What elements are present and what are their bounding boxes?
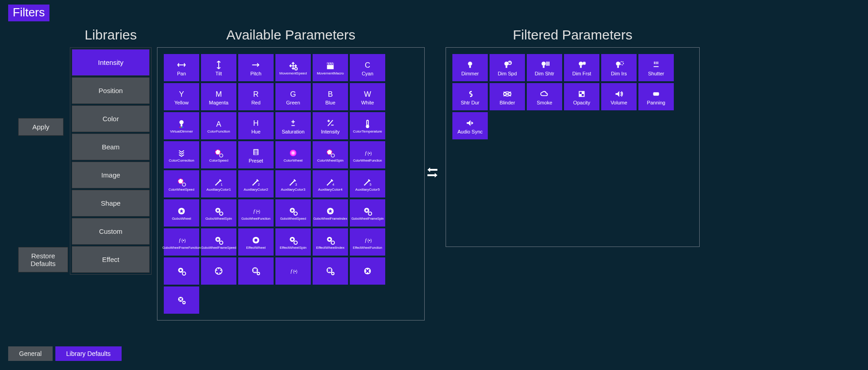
library-item-effect[interactable]: Effect (72, 246, 150, 273)
available-tile-auxiliarycolor3[interactable]: 3AuxiliaryColor3 (275, 170, 311, 197)
filtered-tile-dim-frst[interactable]: Dim Frst (564, 54, 599, 81)
available-tile-gobowheelframespeed[interactable]: GoboWheelFrameSpeed (201, 228, 236, 256)
available-tile-gobowheelframespin[interactable]: GoboWheelFrameSpin (350, 199, 385, 227)
available-tile-blue[interactable]: BBlue (313, 83, 348, 110)
available-tile-yellow[interactable]: YYellow (164, 83, 199, 110)
available-tile-colorfunction[interactable]: AColorFunction (201, 112, 236, 139)
filtered-tile-dimmer[interactable]: Dimmer (452, 54, 488, 81)
svg-point-37 (220, 153, 223, 157)
svg-text:f: f (291, 268, 293, 274)
filtered-tile-dim-spd[interactable]: Dim Spd (490, 54, 525, 81)
library-item-custom[interactable]: Custom (72, 218, 150, 245)
ring-icon (250, 234, 261, 246)
library-item-position[interactable]: Position (72, 77, 150, 104)
dropper-2-icon: 2 (250, 176, 261, 188)
svg-text:M: M (216, 89, 222, 98)
available-tile-effectwheelspin[interactable]: EffectWheelSpin (275, 228, 311, 256)
filtered-tile-opacity[interactable]: Opacity (564, 83, 599, 110)
tile-label: Opacity (572, 100, 591, 105)
available-tile-gobowheel[interactable]: GoboWheel (164, 199, 199, 227)
restore-defaults-button[interactable]: Restore Defaults (18, 247, 68, 272)
filtered-tile-dim-irs[interactable]: Dim Irs (601, 54, 637, 81)
svg-line-68 (365, 180, 369, 184)
library-item-color[interactable]: Color (72, 105, 150, 132)
available-tile-idx43[interactable] (201, 257, 236, 285)
available-tile-auxiliarycolor5[interactable]: 5AuxiliaryColor5 (350, 170, 385, 197)
dropper-5-icon: 5 (362, 176, 373, 188)
available-tile-colorwheelspeed[interactable]: ColorWheelSpeed (164, 170, 199, 197)
available-tile-effectwheel[interactable]: EffectWheel (238, 228, 274, 256)
tab-general[interactable]: General (8, 346, 53, 361)
svg-text:(•): (•) (256, 209, 260, 214)
available-tile-idx48[interactable] (164, 286, 199, 314)
available-tile-effectwheelindex[interactable]: EffectWheelIndex (313, 228, 348, 256)
available-tile-gobowheelframefunction[interactable]: f(•)GoboWheelFrameFunction (164, 228, 199, 256)
available-tile-magenta[interactable]: MMagenta (201, 83, 236, 110)
available-tile-red[interactable]: RRed (238, 83, 274, 110)
filtered-tile-shutter[interactable]: Shutter (638, 54, 674, 81)
filtered-tile-smoke[interactable]: Smoke (527, 83, 562, 110)
apply-button[interactable]: Apply (18, 118, 64, 136)
available-tile-auxiliarycolor4[interactable]: 4AuxiliaryColor4 (313, 170, 348, 197)
available-tile-idx47[interactable] (350, 257, 385, 285)
library-item-image[interactable]: Image (72, 162, 150, 188)
available-tile-hue[interactable]: HHue (238, 112, 274, 139)
svg-text:C: C (365, 60, 370, 69)
tile-label: Hue (250, 129, 261, 134)
library-item-intensity[interactable]: Intensity (72, 49, 150, 76)
svg-point-93 (255, 238, 257, 241)
available-tile-intensity[interactable]: Intensity (313, 112, 348, 139)
available-tile-colortemperature[interactable]: ColorTemperature (350, 112, 385, 139)
tile-label: AuxiliaryColor4 (317, 188, 343, 192)
available-tile-gobowheelspin[interactable]: GoboWheelSpin (201, 199, 236, 227)
available-tile-tilt[interactable]: Tilt (201, 54, 236, 81)
tile-label: GoboWheelFrameFunction (162, 246, 201, 250)
svg-text:Y: Y (179, 89, 184, 98)
available-tile-colorwheelspin[interactable]: ColorWheelSpin (313, 141, 348, 168)
available-tile-idx46[interactable] (313, 257, 348, 285)
tile-label: Volume (610, 100, 628, 105)
available-tile-colorwheel[interactable]: ColorWheel (275, 141, 311, 168)
available-tile-cyan[interactable]: CCyan (350, 54, 385, 81)
library-item-beam[interactable]: Beam (72, 133, 150, 160)
available-tile-green[interactable]: GGreen (275, 83, 311, 110)
tile-label: ColorWheelSpin (316, 159, 344, 163)
available-tile-colorspeed[interactable]: ColorSpeed (201, 141, 236, 168)
filtered-tile-volume[interactable]: Volume (601, 83, 637, 110)
filtered-tile-dim-shtr[interactable]: Dim Shtr (527, 54, 562, 81)
filtered-tile-panning[interactable]: L RPanning (638, 83, 674, 110)
available-tile-white[interactable]: WWhite (350, 83, 385, 110)
available-tile-idx44[interactable] (238, 257, 274, 285)
available-tile-effectwheelfunction[interactable]: f(•)EffectWheelFunction (350, 228, 385, 256)
available-tile-gobowheelfunction[interactable]: f(•)GoboWheelFunction (238, 199, 274, 227)
available-tile-colorwheelfunction[interactable]: f(•)ColorWheelFunction (350, 141, 385, 168)
svg-point-103 (180, 269, 182, 271)
tile-label: Pan (176, 71, 187, 76)
tile-label: GoboWheelSpin (205, 217, 233, 221)
opacity-icon (576, 88, 587, 100)
available-tile-movementspeed[interactable]: MovementSpeed (275, 54, 311, 81)
tile-label: Smoke (536, 100, 553, 105)
swap-arrows[interactable] (425, 27, 440, 236)
available-tile-gobowheelframeindex[interactable]: GoboWheelFrameIndex (313, 199, 348, 227)
available-tile-pan[interactable]: Pan (164, 54, 199, 81)
filtered-tile-audio-sync[interactable]: Audio Sync (452, 112, 488, 139)
available-tile-saturation[interactable]: Saturation (275, 112, 311, 139)
svg-rect-135 (469, 66, 471, 68)
filtered-tile-shtr-dur[interactable]: Shtr Dur (452, 83, 488, 110)
available-tile-auxiliarycolor2[interactable]: 2AuxiliaryColor2 (238, 170, 274, 197)
available-tile-movementmacro[interactable]: MovementMacro (313, 54, 348, 81)
available-tile-idx45[interactable]: f(•) (275, 257, 311, 285)
available-tile-auxiliarycolor1[interactable]: 1AuxiliaryColor1 (201, 170, 236, 197)
library-item-shape[interactable]: Shape (72, 190, 150, 217)
available-tile-pitch[interactable]: Pitch (238, 54, 274, 81)
available-tile-virtualdimmer[interactable]: VirtualDimmer (164, 112, 199, 139)
available-tile-preset[interactable]: Preset (238, 141, 274, 168)
available-tile-gobowheelspeed[interactable]: GoboWheelSpeed (275, 199, 311, 227)
available-tile-colorcorrection[interactable]: ColorCorrection (164, 141, 199, 168)
tab-library-defaults[interactable]: Library Defaults (55, 346, 122, 361)
svg-line-56 (254, 180, 258, 184)
filtered-tile-blinder[interactable]: Blinder (490, 83, 525, 110)
filtered-grid: DimmerDim SpdDim ShtrDim FrstDim IrsShut… (452, 54, 693, 139)
available-tile-idx42[interactable] (164, 257, 199, 285)
